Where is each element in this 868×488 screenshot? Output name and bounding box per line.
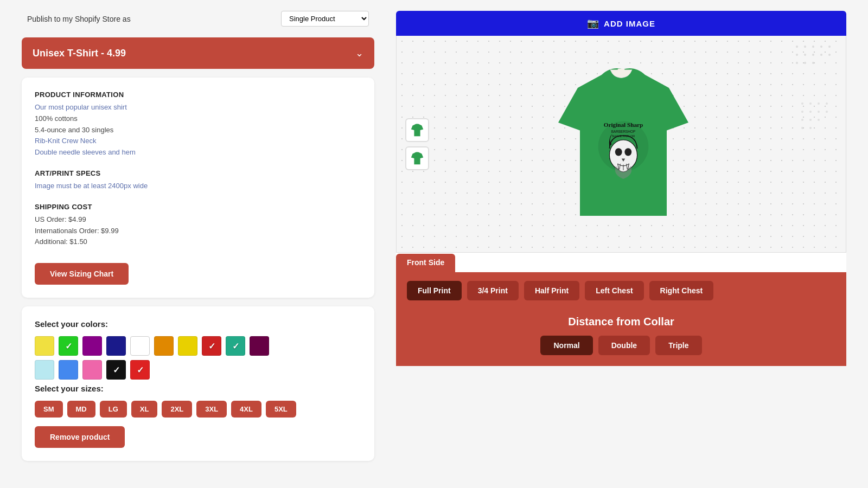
chevron-down-icon: ⌄ <box>355 47 363 59</box>
front-side-tab[interactable]: Front Side <box>396 254 455 272</box>
color-grid-row2: ✓ ✓ <box>35 360 361 380</box>
check-icon: ✓ <box>65 341 72 351</box>
size-2xl[interactable]: 2XL <box>162 401 192 418</box>
size-sm[interactable]: SM <box>35 401 63 418</box>
svg-point-31 <box>826 111 828 113</box>
distance-section: Distance from Collar Normal Double Tripl… <box>396 309 846 366</box>
product-info-line-4: Rib-Knit Crew Neck <box>35 136 361 147</box>
product-info-line-5: Double needle sleeves and hem <box>35 147 361 158</box>
color-swatch-darkblue[interactable] <box>106 336 126 356</box>
triple-distance-button[interactable]: Triple <box>655 336 701 355</box>
color-swatch-teal[interactable]: ✓ <box>226 336 245 356</box>
right-panel: 📷 ADD IMAGE <box>396 11 846 470</box>
product-type-select[interactable]: Single Product Multiple Products <box>281 11 369 27</box>
svg-point-30 <box>818 111 820 113</box>
svg-point-28 <box>801 111 803 113</box>
color-swatch-gold[interactable] <box>178 336 197 356</box>
right-chest-button[interactable]: Right Chest <box>649 281 714 300</box>
three-quarter-print-button[interactable]: 3/4 Print <box>467 281 519 300</box>
publish-row: Publish to my Shopify Store as Single Pr… <box>22 11 374 27</box>
svg-point-32 <box>801 119 803 121</box>
svg-point-33 <box>809 119 812 121</box>
publish-label: Publish to my Shopify Store as <box>27 15 131 23</box>
product-info-line-1: Our most popular unisex shirt <box>35 102 361 113</box>
size-4xl[interactable]: 4XL <box>231 401 261 418</box>
svg-point-15 <box>828 46 831 48</box>
svg-point-22 <box>804 62 806 64</box>
size-xl[interactable]: XL <box>131 401 158 418</box>
product-info-title: PRODUCT INFORMATION <box>35 91 361 99</box>
size-grid: SM MD LG XL 2XL 3XL 4XL 5XL <box>35 401 361 418</box>
decorative-dots-tr <box>792 41 835 76</box>
print-options-bar: Full Print 3/4 Print Half Print Left Che… <box>396 272 846 309</box>
tshirt-preview-area: Original Sharp BARBERSHOP SHAVE PARLOR <box>396 36 846 253</box>
product-info-card: PRODUCT INFORMATION Our most popular uni… <box>22 78 374 298</box>
svg-point-24 <box>801 102 803 105</box>
svg-point-23 <box>812 62 814 64</box>
left-chest-button[interactable]: Left Chest <box>585 281 643 300</box>
full-print-button[interactable]: Full Print <box>407 281 462 300</box>
svg-point-20 <box>828 54 831 56</box>
tshirt-preview-svg: Original Sharp BARBERSHOP SHAVE PARLOR <box>534 57 708 231</box>
size-3xl[interactable]: 3XL <box>196 401 227 418</box>
color-swatch-purple[interactable] <box>82 336 102 356</box>
shipping-additional: Additional: $1.50 <box>35 236 361 248</box>
distance-options: Normal Double Triple <box>407 336 835 355</box>
shipping-international: Internationals Order: $9.99 <box>35 226 361 237</box>
color-swatch-lightblue[interactable] <box>35 360 54 380</box>
svg-point-7 <box>624 148 631 156</box>
camera-icon: 📷 <box>587 17 599 29</box>
art-specs-title: ART/PRINT SPECS <box>35 169 361 177</box>
svg-point-19 <box>820 54 822 56</box>
svg-rect-0 <box>618 68 625 74</box>
distance-title: Distance from Collar <box>407 316 835 328</box>
colors-sizes-card: Select your colors: ✓ ✓ ✓ ✓ ✓ <box>22 306 374 461</box>
shipping-title: SHIPPING COST <box>35 203 361 211</box>
normal-distance-button[interactable]: Normal <box>540 336 592 355</box>
svg-point-36 <box>809 127 812 129</box>
remove-product-button[interactable]: Remove product <box>35 426 125 448</box>
check-icon: ✓ <box>232 341 239 351</box>
color-swatch-white[interactable] <box>130 336 150 356</box>
color-swatch-maroon[interactable] <box>250 336 269 356</box>
size-md[interactable]: MD <box>67 401 95 418</box>
svg-point-26 <box>818 102 820 105</box>
svg-text:BARBERSHOP: BARBERSHOP <box>611 130 635 133</box>
product-info-line-3: 5.4-ounce and 30 singles <box>35 125 361 136</box>
view-sizing-chart-button[interactable]: View Sizing Chart <box>35 263 129 285</box>
product-header[interactable]: Unisex T-Shirt - 4.99 ⌄ <box>22 37 374 69</box>
half-print-button[interactable]: Half Print <box>524 281 579 300</box>
color-swatch-yellow[interactable] <box>35 336 54 356</box>
color-swatch-orange[interactable] <box>154 336 174 356</box>
size-lg[interactable]: LG <box>100 401 127 418</box>
color-swatch-black[interactable]: ✓ <box>106 360 126 380</box>
double-distance-button[interactable]: Double <box>598 336 650 355</box>
sizes-label: Select your sizes: <box>35 384 361 393</box>
svg-point-25 <box>809 102 812 105</box>
check-icon: ✓ <box>137 365 144 375</box>
product-title: Unisex T-Shirt - 4.99 <box>33 48 126 59</box>
svg-point-17 <box>804 54 806 56</box>
shipping-us: US Order: $4.99 <box>35 214 361 226</box>
svg-point-29 <box>809 111 812 113</box>
add-image-bar[interactable]: 📷 ADD IMAGE <box>396 11 846 36</box>
art-specs-section: ART/PRINT SPECS Image must be at least 2… <box>35 169 361 192</box>
art-specs-line: Image must be at least 2400px wide <box>35 181 361 192</box>
svg-point-18 <box>812 54 814 56</box>
check-icon: ✓ <box>113 365 120 375</box>
front-side-tab-bar: Front Side <box>396 253 846 272</box>
color-swatch-blue[interactable] <box>59 360 78 380</box>
back-thumbnail[interactable] <box>405 146 429 170</box>
front-thumbnail[interactable] <box>405 118 429 142</box>
color-swatch-red[interactable]: ✓ <box>202 336 221 356</box>
check-icon: ✓ <box>208 341 215 351</box>
color-swatch-brightred[interactable]: ✓ <box>130 360 150 380</box>
color-swatch-green[interactable]: ✓ <box>59 336 78 356</box>
color-swatch-pink[interactable] <box>82 360 102 380</box>
left-panel: Publish to my Shopify Store as Single Pr… <box>22 11 374 470</box>
size-5xl[interactable]: 5XL <box>266 401 296 418</box>
side-thumbnails <box>405 118 429 170</box>
product-info-line-2: 100% cottons <box>35 113 361 125</box>
add-image-label: ADD IMAGE <box>604 19 655 28</box>
svg-text:Original Sharp: Original Sharp <box>604 121 643 128</box>
